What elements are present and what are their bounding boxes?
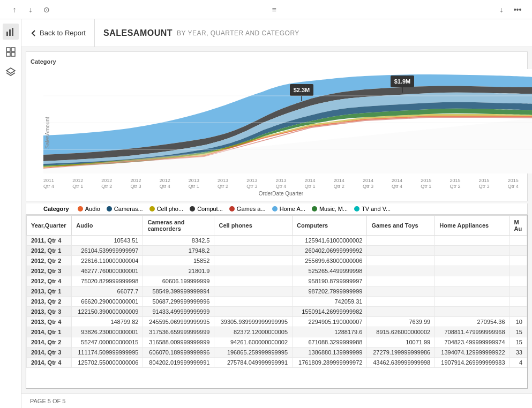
toolbar-up-icon[interactable]: ↑ (9, 4, 20, 16)
x-label-1: 2012Qtr 1 (72, 178, 83, 190)
table-cell (435, 296, 509, 306)
col-year-quarter: Year,Quarter (27, 215, 72, 235)
col-audio: Audio (72, 215, 143, 235)
table-cell: 1907914.269999999983 (435, 357, 509, 367)
home-label: Home A... (280, 206, 305, 212)
music-label: Music, M... (319, 206, 348, 212)
games-dot (229, 206, 235, 211)
table-cell (214, 266, 293, 276)
table-cell (509, 245, 527, 255)
x-label-3: 2012Qtr 3 (131, 178, 141, 190)
table-row: 2014, Qtr 255247.000000000015316588.0099… (27, 337, 527, 347)
table-cell: 60606.199999999 (143, 276, 214, 286)
x-label-10: 2014Qtr 2 (334, 178, 344, 190)
toolbar-download-icon[interactable]: ↓ (496, 4, 507, 16)
table-cell: 55247.000000000015 (72, 337, 143, 347)
table-cell: 2013, Qtr 2 (27, 296, 72, 306)
sidebar-layers-icon[interactable] (3, 64, 19, 80)
table-cell: 2013, Qtr 1 (27, 286, 72, 296)
x-label-0: 2011Qtr 4 (43, 178, 54, 190)
table-cell: 2014, Qtr 2 (27, 337, 72, 347)
table-cell (214, 235, 293, 245)
table-cell: 2014, Qtr 1 (27, 327, 72, 337)
table-row: 2014, Qtr 4125702.550000000006804202.019… (27, 357, 527, 367)
table-cell: 26104.539999999997 (72, 245, 143, 255)
table-cell: 2014, Qtr 3 (27, 347, 72, 357)
toolbar-down-icon[interactable]: ↓ (25, 4, 36, 16)
table-cell: 33 (509, 347, 527, 357)
content-area: Back to Report SALESAMOUNT BY YEAR, QUAR… (21, 19, 532, 408)
table-cell: 148799.82 (72, 316, 143, 327)
table-cell: 316588.009999999999 (143, 337, 214, 347)
table-cell (367, 306, 435, 316)
table-cell: 742059.31 (293, 296, 367, 306)
col-cameras: Cameras andcamcorders (143, 215, 214, 235)
svg-rect-3 (6, 48, 10, 51)
table-cell (367, 245, 435, 255)
table-cell (367, 276, 435, 286)
data-table-container[interactable]: Year,Quarter Audio Cameras andcamcorders… (26, 215, 528, 389)
table-cell: 50687.299999999996 (143, 296, 214, 306)
toolbar-circle-icon[interactable]: ⊙ (41, 4, 53, 16)
x-label-5: 2013Qtr 1 (189, 178, 199, 190)
table-cell (367, 286, 435, 296)
table-cell: 15 (509, 327, 527, 337)
table-cell: 2294905.190000007 (293, 316, 367, 327)
table-cell: 10 (509, 316, 527, 327)
x-label-13: 2015Qtr 1 (421, 178, 431, 190)
x-label-2: 2012Qtr 2 (101, 178, 112, 190)
table-cell: 22616.110000000004 (72, 255, 143, 266)
table-cell: 82372.12000000005 (214, 327, 293, 337)
sidebar-chart-icon[interactable] (3, 24, 19, 40)
back-button[interactable]: Back to Report (30, 19, 95, 47)
table-cell (214, 296, 293, 306)
back-label: Back to Report (40, 29, 86, 37)
table-cell: 125702.550000000006 (72, 357, 143, 367)
cameras-label: Cameras... (114, 206, 143, 212)
table-cell (435, 276, 509, 286)
y-axis-label: SalesAmount (44, 117, 50, 148)
table-cell: 39305.939999999999995 (214, 316, 293, 327)
table-cell: 111174.509999999995 (72, 347, 143, 357)
table-row: 2012, Qtr 475020.82999999999860606.19999… (27, 276, 527, 286)
legend-bar: Category Audio Cameras... Cell pho... Co… (26, 203, 528, 215)
table-cell: 10071.99 (367, 337, 435, 347)
table-cell: 2013, Qtr 4 (27, 316, 72, 327)
table-row: 2012, Qtr 222616.11000000000415852255699… (27, 255, 527, 266)
legend: Category (31, 58, 519, 65)
x-label-14: 2015Qtr 2 (449, 178, 460, 190)
svg-marker-7 (6, 68, 15, 73)
cell-dot (149, 206, 155, 211)
table-cell (367, 266, 435, 276)
table-cell (435, 266, 509, 276)
svg-rect-4 (11, 48, 15, 51)
table-row: 2011, Qtr 410543.518342.5125941.61000000… (27, 235, 527, 245)
audio-dot (78, 206, 83, 211)
table-row: 2014, Qtr 193826.230000000001317536.6599… (27, 327, 527, 337)
table-row: 2012, Qtr 126104.53999999999717948.22604… (27, 245, 527, 255)
svg-text:$2.3M: $2.3M (294, 87, 310, 93)
svg-rect-2 (12, 28, 13, 36)
toolbar-right: ↓ ••• (496, 4, 523, 16)
header-title: SALESAMOUNT BY YEAR, QUARTER AND CATEGOR… (95, 28, 299, 38)
table-cell: 260402.06999999992 (293, 245, 367, 255)
table-cell: 1550914.26999999982 (293, 306, 367, 316)
toolbar-center: ≡ (268, 4, 280, 16)
cell-label: Cell pho... (157, 206, 184, 212)
table-cell (435, 235, 509, 245)
table-cell: 245595.069999999995 (143, 316, 214, 327)
toolbar-menu-icon[interactable]: ≡ (268, 4, 280, 16)
table-cell: 7639.99 (367, 316, 435, 327)
table-cell (509, 235, 527, 245)
table-cell: 1394074.129999999922 (435, 347, 509, 357)
chart-area: Category SalesAmount (26, 51, 528, 201)
table-cell: 66620.290000000001 (72, 296, 143, 306)
table-cell (509, 296, 527, 306)
top-toolbar: ↑ ↓ ⊙ ≡ ↓ ••• (0, 0, 532, 19)
table-cell: 75020.829999999998 (72, 276, 143, 286)
table-cell (509, 276, 527, 286)
table-cell: 2012, Qtr 2 (27, 255, 72, 266)
sidebar-grid-icon[interactable] (3, 44, 19, 60)
table-cell: 10543.51 (72, 235, 143, 245)
toolbar-more-icon[interactable]: ••• (512, 4, 523, 16)
